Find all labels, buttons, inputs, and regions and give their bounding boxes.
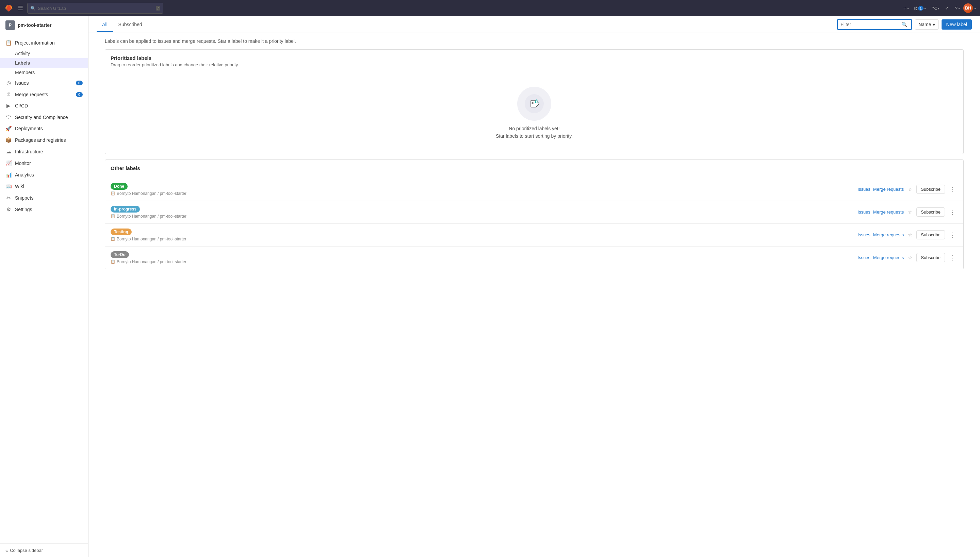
subscribe-button[interactable]: Subscribe bbox=[916, 207, 945, 217]
cicd-icon: ▶ bbox=[5, 103, 11, 109]
label-merge-requests-link[interactable]: Merge requests bbox=[873, 255, 904, 260]
other-section-header: Other labels bbox=[105, 160, 963, 178]
sidebar-item-issues[interactable]: ◎ Issues 0 bbox=[0, 77, 88, 89]
prioritized-empty-line1: No prioritized labels yet! bbox=[496, 125, 573, 132]
collapse-icon: « bbox=[5, 548, 8, 553]
global-search[interactable]: 🔍 / bbox=[27, 3, 163, 14]
label-source: 📋 Bornyto Hamonangan / pm-tool-starter bbox=[111, 237, 853, 241]
star-button[interactable]: ☆ bbox=[906, 185, 914, 194]
label-issues-link[interactable]: Issues bbox=[858, 232, 871, 237]
subscribe-button[interactable]: Subscribe bbox=[916, 230, 945, 239]
filter-search-icon[interactable]: 🔍 bbox=[900, 20, 908, 29]
sidebar-label-settings: Settings bbox=[15, 207, 32, 212]
label-badge: In-progress bbox=[111, 206, 140, 213]
security-icon: 🛡 bbox=[5, 114, 11, 120]
label-source-text: Bornyto Hamonangan / pm-tool-starter bbox=[117, 214, 186, 219]
sidebar-item-security[interactable]: 🛡 Security and Compliance bbox=[0, 112, 88, 123]
label-merge-requests-link[interactable]: Merge requests bbox=[873, 187, 904, 192]
label-issues-link[interactable]: Issues bbox=[858, 255, 871, 260]
sidebar-label-deployments: Deployments bbox=[15, 126, 43, 131]
label-source-icon: 📋 bbox=[111, 214, 115, 218]
star-button[interactable]: ☆ bbox=[906, 208, 914, 217]
new-label-button[interactable]: New label bbox=[942, 20, 972, 29]
label-info: Testing 📋 Bornyto Hamonangan / pm-tool-s… bbox=[111, 228, 853, 241]
sidebar-label-analytics: Analytics bbox=[15, 172, 34, 178]
label-source-icon: 📋 bbox=[111, 259, 115, 264]
star-button[interactable]: ☆ bbox=[906, 253, 914, 262]
label-issues-link[interactable]: Issues bbox=[858, 187, 871, 192]
sidebar-item-snippets[interactable]: ✂ Snippets bbox=[0, 192, 88, 204]
sidebar-sub-members[interactable]: Members bbox=[0, 68, 88, 77]
filter-input-wrap[interactable]: 🔍 bbox=[837, 19, 912, 30]
sidebar-item-monitor[interactable]: 📈 Monitor bbox=[0, 158, 88, 169]
filter-input[interactable] bbox=[841, 22, 900, 27]
code-review-nav[interactable]: ⌥ ▾ bbox=[929, 4, 942, 13]
settings-icon: ⚙ bbox=[5, 207, 11, 213]
star-button[interactable]: ☆ bbox=[906, 231, 914, 239]
label-actions: Issues Merge requests ☆ Subscribe ⋮ bbox=[858, 184, 958, 194]
help-nav[interactable]: ? ▾ bbox=[953, 4, 962, 13]
snippets-icon: ✂ bbox=[5, 195, 11, 201]
label-merge-requests-link[interactable]: Merge requests bbox=[873, 210, 904, 215]
label-actions: Issues Merge requests ☆ Subscribe ⋮ bbox=[858, 230, 958, 240]
merge-icon: ⑆ bbox=[914, 5, 917, 11]
label-info: To-Do 📋 Bornyto Hamonangan / pm-tool-sta… bbox=[111, 251, 853, 264]
prioritized-empty-text: No prioritized labels yet! Star labels t… bbox=[496, 125, 573, 140]
subscribe-button[interactable]: Subscribe bbox=[916, 253, 945, 262]
sidebar-label-merge-requests: Merge requests bbox=[15, 92, 48, 97]
sort-button[interactable]: Name ▾ bbox=[915, 20, 939, 29]
tab-subscribed[interactable]: Subscribed bbox=[113, 18, 148, 32]
subscribe-button[interactable]: Subscribe bbox=[916, 185, 945, 194]
collapse-sidebar[interactable]: « Collapse sidebar bbox=[0, 543, 88, 557]
search-input[interactable] bbox=[38, 6, 154, 11]
sidebar-item-analytics[interactable]: 📊 Analytics bbox=[0, 169, 88, 181]
prioritized-section-title: Prioritized labels bbox=[111, 55, 958, 61]
todo-nav[interactable]: ✓ bbox=[943, 4, 951, 13]
labels-info-text: Labels can be applied to issues and merg… bbox=[96, 38, 972, 44]
more-options-button[interactable]: ⋮ bbox=[948, 252, 958, 263]
labels-list: Done 📋 Bornyto Hamonangan / pm-tool-star… bbox=[105, 178, 963, 269]
label-source-icon: 📋 bbox=[111, 237, 115, 241]
label-row: To-Do 📋 Bornyto Hamonangan / pm-tool-sta… bbox=[105, 246, 963, 269]
sidebar-item-packages[interactable]: 📦 Packages and registries bbox=[0, 134, 88, 146]
other-labels-section: Other labels Done 📋 Bornyto Hamonangan /… bbox=[105, 160, 964, 269]
tab-all[interactable]: All bbox=[96, 18, 113, 32]
sidebar-item-infrastructure[interactable]: ☁ Infrastructure bbox=[0, 146, 88, 158]
sidebar-item-merge-requests[interactable]: ⑄ Merge requests 0 bbox=[0, 89, 88, 100]
label-issues-link[interactable]: Issues bbox=[858, 210, 871, 215]
more-options-button[interactable]: ⋮ bbox=[948, 230, 958, 240]
other-section-title: Other labels bbox=[111, 165, 958, 171]
hamburger-icon[interactable]: ☰ bbox=[16, 3, 24, 13]
collapse-label: Collapse sidebar bbox=[10, 548, 43, 553]
project-name: pm-tool-starter bbox=[18, 23, 52, 28]
sidebar-item-cicd[interactable]: ▶ CI/CD bbox=[0, 100, 88, 112]
priority-label-icon bbox=[525, 94, 544, 113]
sidebar-item-deployments[interactable]: 🚀 Deployments bbox=[0, 123, 88, 134]
sidebar-sub-labels[interactable]: Labels bbox=[0, 58, 88, 68]
sidebar-label-issues: Issues bbox=[15, 80, 29, 86]
wiki-icon: 📖 bbox=[5, 183, 11, 189]
gitlab-logo[interactable] bbox=[4, 3, 14, 13]
plus-menu[interactable]: + ▾ bbox=[902, 4, 911, 13]
prioritized-section-subtitle: Drag to reorder prioritized labels and c… bbox=[111, 62, 958, 67]
sidebar-item-settings[interactable]: ⚙ Settings bbox=[0, 204, 88, 215]
label-row: Done 📋 Bornyto Hamonangan / pm-tool-star… bbox=[105, 178, 963, 201]
merge-requests-count: 0 bbox=[76, 92, 83, 97]
sort-label: Name bbox=[918, 22, 931, 27]
merge-request-nav[interactable]: ⑆ 1 ▾ bbox=[912, 4, 928, 13]
project-header[interactable]: P pm-tool-starter bbox=[0, 16, 88, 34]
label-info: Done 📋 Bornyto Hamonangan / pm-tool-star… bbox=[111, 183, 853, 196]
more-options-button[interactable]: ⋮ bbox=[948, 207, 958, 217]
help-icon: ? bbox=[955, 5, 957, 11]
label-row: Testing 📋 Bornyto Hamonangan / pm-tool-s… bbox=[105, 224, 963, 246]
avatar-chevron: ▾ bbox=[974, 7, 976, 10]
sidebar-item-project-info[interactable]: 📋 Project information bbox=[0, 37, 88, 49]
packages-icon: 📦 bbox=[5, 137, 11, 143]
sidebar-sub-activity[interactable]: Activity bbox=[0, 49, 88, 58]
deployments-icon: 🚀 bbox=[5, 125, 11, 132]
avatar[interactable]: BH bbox=[963, 3, 973, 13]
more-options-button[interactable]: ⋮ bbox=[948, 184, 958, 194]
sidebar-item-wiki[interactable]: 📖 Wiki bbox=[0, 181, 88, 192]
label-merge-requests-link[interactable]: Merge requests bbox=[873, 232, 904, 237]
label-row: In-progress 📋 Bornyto Hamonangan / pm-to… bbox=[105, 201, 963, 224]
